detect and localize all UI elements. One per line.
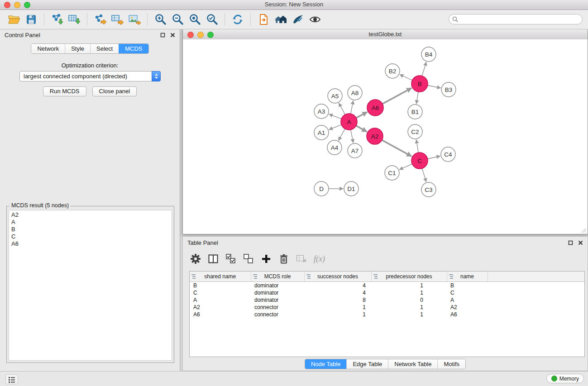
table-row-A6[interactable]: A6connector11A6: [190, 311, 584, 318]
node-A1[interactable]: A1: [314, 125, 329, 140]
network-graph[interactable]: B4B2BB3A5A8A6B1A3AC2A1A2A4A7C4CC1C3DD1: [183, 39, 588, 234]
edge-A2-C[interactable]: [382, 140, 412, 157]
node-B2[interactable]: B2: [385, 64, 400, 78]
column-header-mcds-role[interactable]: MCDS role: [251, 272, 304, 282]
cell-successor[interactable]: 4: [304, 282, 371, 290]
tab-network-table[interactable]: Network Table: [388, 359, 437, 369]
search-input[interactable]: [449, 14, 583, 24]
tab-motifs[interactable]: Motifs: [437, 359, 465, 369]
mcds-result-list[interactable]: A2 A B C A6: [9, 210, 172, 361]
edge-A-A7[interactable]: [351, 130, 354, 143]
mcds-result-item[interactable]: B: [9, 226, 172, 233]
cell-predecessor[interactable]: 1: [371, 289, 447, 296]
network-minimize-button[interactable]: [197, 32, 204, 38]
node-B1[interactable]: B1: [408, 105, 422, 119]
edge-B-B3[interactable]: [428, 86, 441, 88]
edge-A-A4[interactable]: [339, 129, 345, 141]
node-B4[interactable]: B4: [421, 47, 436, 62]
column-header-name[interactable]: name: [447, 272, 488, 282]
edge-C-C3[interactable]: [422, 168, 426, 182]
cell-name[interactable]: C: [447, 289, 488, 296]
node-A3[interactable]: A3: [314, 104, 329, 119]
tab-edge-table[interactable]: Edge Table: [346, 359, 388, 369]
cell-shared_name[interactable]: B: [190, 282, 251, 290]
eye-icon[interactable]: [306, 11, 324, 28]
table-row-A2[interactable]: A2connector11A2: [190, 304, 584, 311]
network-canvas[interactable]: B4B2BB3A5A8A6B1A3AC2A1A2A4A7C4CC1C3DD1: [183, 39, 588, 234]
column-header-predecessor-nodes[interactable]: predecessor nodes: [371, 272, 447, 282]
function-builder-icon[interactable]: f(x): [314, 254, 325, 264]
select-all-icon[interactable]: [224, 252, 238, 266]
edge-B-B1[interactable]: [416, 92, 418, 104]
cell-mcds_role[interactable]: dominator: [251, 289, 304, 296]
table-row-C[interactable]: Cdominator41C: [190, 289, 584, 296]
edge-B-B4[interactable]: [422, 62, 426, 76]
cell-shared_name[interactable]: A2: [190, 304, 251, 311]
edge-C-C4[interactable]: [428, 156, 440, 159]
cell-predecessor[interactable]: 1: [371, 311, 447, 318]
delete-table-icon[interactable]: [294, 252, 309, 266]
zoom-in-icon[interactable]: [152, 11, 169, 28]
table-row-A[interactable]: Adominator80A: [190, 296, 584, 304]
export-image-icon[interactable]: [126, 11, 143, 28]
cell-shared_name[interactable]: A6: [190, 311, 251, 318]
task-history-icon[interactable]: [5, 374, 18, 384]
node-B3[interactable]: B3: [441, 82, 456, 97]
node-C1[interactable]: C1: [385, 166, 399, 180]
network-zoom-button[interactable]: [207, 32, 214, 38]
zoom-window-button[interactable]: [24, 2, 30, 8]
cell-mcds_role[interactable]: dominator: [251, 282, 304, 290]
mcds-result-item[interactable]: A6: [9, 240, 172, 248]
network-window-titlebar[interactable]: testGlobe.txt: [183, 29, 588, 40]
edge-A6-B[interactable]: [382, 88, 412, 104]
table-row-B[interactable]: Bdominator41B: [190, 282, 584, 290]
edge-B-B2[interactable]: [400, 75, 412, 81]
close-panel-icon[interactable]: [170, 32, 175, 38]
node-D[interactable]: D: [314, 181, 329, 196]
cell-name[interactable]: A: [447, 296, 488, 304]
cell-shared_name[interactable]: A: [190, 296, 251, 304]
edge-A-A6[interactable]: [356, 112, 368, 118]
cell-name[interactable]: A6: [447, 311, 488, 318]
tab-select[interactable]: Select: [90, 44, 119, 53]
node-A2[interactable]: A2: [367, 128, 383, 144]
zoom-selected-icon[interactable]: [203, 11, 220, 28]
export-network-icon[interactable]: [91, 11, 109, 28]
tab-network[interactable]: Network: [31, 44, 65, 53]
node-A5[interactable]: A5: [328, 89, 342, 103]
node-A[interactable]: A: [341, 114, 357, 130]
cell-successor[interactable]: 1: [304, 311, 371, 318]
float-panel-icon[interactable]: [160, 32, 165, 38]
criterion-select[interactable]: largest connected component (directed): [19, 71, 161, 81]
cell-mcds_role[interactable]: connector: [251, 311, 304, 318]
edge-A-A1[interactable]: [329, 125, 341, 130]
node-C[interactable]: C: [411, 152, 428, 169]
gear-icon[interactable]: [188, 252, 203, 266]
export-table-icon[interactable]: [109, 11, 126, 28]
network-close-button[interactable]: [187, 32, 194, 38]
style-check-icon[interactable]: [289, 11, 306, 28]
node-D1[interactable]: D1: [344, 181, 359, 196]
tab-style[interactable]: Style: [65, 44, 90, 53]
node-A6[interactable]: A6: [367, 100, 383, 116]
float-panel-icon[interactable]: [568, 240, 573, 245]
deselect-all-icon[interactable]: [241, 252, 256, 266]
trash-icon[interactable]: [277, 252, 291, 266]
edge-C-C2[interactable]: [416, 140, 418, 152]
memory-button[interactable]: Memory: [546, 374, 584, 383]
cell-mcds_role[interactable]: dominator: [251, 296, 304, 304]
node-B[interactable]: B: [411, 76, 428, 92]
node-C4[interactable]: C4: [441, 147, 455, 162]
tab-mcds[interactable]: MCDS: [119, 44, 148, 53]
edge-A-A5[interactable]: [339, 103, 345, 114]
edge-A-A2[interactable]: [356, 126, 367, 132]
tab-node-table[interactable]: Node Table: [305, 359, 347, 369]
edge-C-C1[interactable]: [400, 164, 412, 169]
add-column-icon[interactable]: [259, 252, 273, 266]
cell-shared_name[interactable]: C: [190, 289, 251, 296]
import-table-icon[interactable]: [66, 11, 83, 28]
resize-grip[interactable]: [581, 228, 587, 233]
edge-A-A8[interactable]: [351, 101, 354, 114]
cell-successor[interactable]: 1: [304, 304, 371, 311]
save-icon[interactable]: [23, 11, 40, 28]
